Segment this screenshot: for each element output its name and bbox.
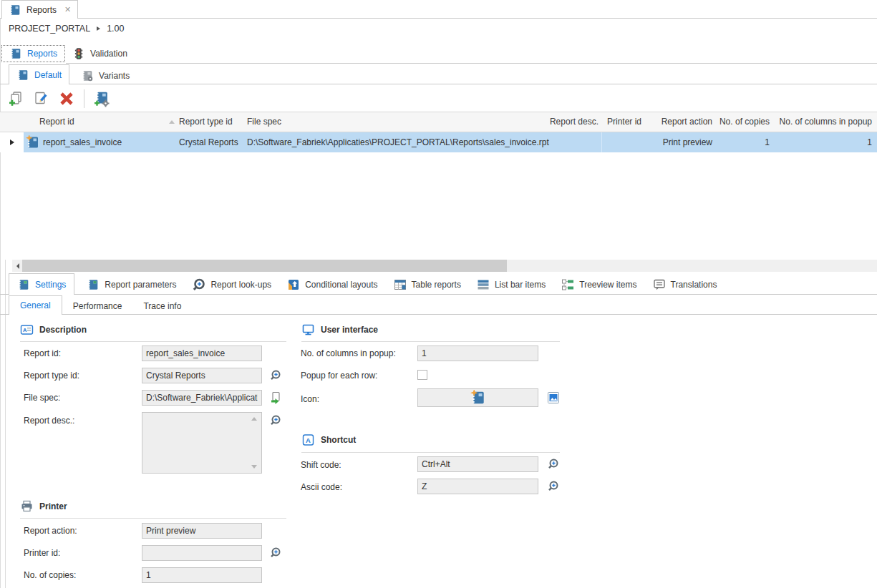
delete-record-button[interactable] — [57, 89, 76, 108]
tab-list-bar-items[interactable]: List bar items — [469, 275, 553, 295]
doctab-bar-divider — [0, 18, 877, 19]
tab-performance-label: Performance — [73, 301, 122, 311]
add-record-button[interactable] — [7, 89, 26, 108]
no-of-copies-field[interactable] — [142, 567, 262, 583]
file-spec-field[interactable] — [142, 390, 262, 406]
row-focus-arrow-icon — [10, 139, 14, 145]
printer-section-header: Printer — [20, 500, 67, 513]
traffic-light-icon — [72, 47, 85, 60]
icon-label: Icon: — [301, 394, 319, 404]
notebook-icon — [16, 69, 29, 82]
shortcut-section-header: A Shortcut — [301, 433, 356, 446]
tab-settings-label: Settings — [35, 280, 66, 290]
main-tab-divider — [66, 63, 877, 64]
column-header-no-of-columns-in-popup[interactable]: No. of columns in popup — [780, 112, 872, 132]
breadcrumb-project[interactable]: PROJECT_PORTAL — [9, 24, 90, 34]
column-header-report-action[interactable]: Report action — [662, 112, 712, 132]
tab-trace-info[interactable]: Trace info — [132, 297, 192, 315]
column-header-report-type-id[interactable]: Report type id — [179, 112, 233, 132]
cell-report-id: report_sales_invoice — [43, 132, 122, 152]
tab-report-lookups[interactable]: Report look-ups — [184, 275, 279, 295]
tab-variants-label: Variants — [99, 71, 130, 81]
tab-report-lookups-label: Report look-ups — [210, 280, 271, 290]
table-row[interactable]: report_sales_invoice Crystal Reports D:\… — [0, 132, 877, 152]
tab-table-reports[interactable]: Table reports — [386, 275, 469, 295]
description-section-header: A Description — [20, 323, 87, 336]
tab-performance[interactable]: Performance — [62, 297, 133, 315]
report-id-field[interactable] — [142, 346, 262, 361]
notebook-icon — [9, 4, 21, 16]
report-desc-label: Report desc.: — [24, 416, 74, 426]
pick-image-button[interactable] — [547, 391, 560, 404]
report-type-id-label: Report type id: — [24, 371, 79, 381]
edit-record-button[interactable] — [32, 89, 51, 108]
scroll-up-icon[interactable] — [251, 417, 257, 421]
tab-treeview-items[interactable]: Treeview items — [553, 275, 644, 295]
tab-trace-info-label: Trace info — [143, 301, 181, 311]
cell-file-spec: D:\Software_Fabriek\Applicaties\PROJECT_… — [247, 132, 549, 152]
icon-field[interactable] — [417, 388, 538, 407]
shortcut-section-title: Shortcut — [321, 435, 356, 445]
printer-id-label: Printer id: — [24, 548, 60, 558]
tab-default-label: Default — [34, 70, 62, 80]
breadcrumb: PROJECT_PORTAL 1.00 — [9, 24, 125, 34]
application-window: Reports ✕ PROJECT_PORTAL 1.00 Reports — [0, 0, 877, 588]
tab-translations-label: Translations — [671, 280, 717, 290]
scroll-down-icon[interactable] — [251, 465, 257, 469]
tab-reports[interactable]: Reports — [1, 45, 65, 62]
tab-reports-label: Reports — [27, 49, 57, 59]
scrollbar-thumb[interactable] — [22, 260, 507, 272]
breadcrumb-version[interactable]: 1.00 — [107, 24, 124, 34]
tab-list-bar-items-label: List bar items — [495, 280, 546, 290]
horizontal-scrollbar[interactable] — [12, 260, 877, 272]
add-copy-icon — [8, 90, 25, 107]
ascii-code-lookup-zoom-icon[interactable] — [547, 480, 560, 493]
popup-for-each-row-checkbox[interactable] — [417, 370, 427, 380]
close-icon[interactable]: ✕ — [64, 5, 71, 14]
tab-general[interactable]: General — [9, 295, 62, 315]
letter-a-icon: A — [301, 433, 315, 446]
user-interface-rule — [301, 341, 560, 342]
column-header-printer-id[interactable]: Printer id — [607, 112, 641, 132]
report-action-field[interactable] — [142, 523, 262, 539]
tab-translations[interactable]: Translations — [645, 275, 725, 295]
column-header-report-desc[interactable]: Report desc. — [550, 112, 599, 132]
ascii-code-label: Ascii code: — [301, 482, 342, 492]
file-spec-label: File spec: — [24, 393, 60, 403]
ascii-code-field[interactable] — [417, 479, 538, 494]
report-type-id-field[interactable] — [142, 368, 262, 383]
printer-id-field[interactable] — [142, 545, 262, 561]
scroll-left-button[interactable] — [12, 260, 23, 272]
report-desc-field[interactable] — [142, 412, 262, 474]
tab-validation[interactable]: Validation — [65, 45, 135, 62]
file-browse-icon[interactable] — [269, 391, 282, 404]
tab-default[interactable]: Default — [9, 64, 69, 84]
column-header-no-of-copies[interactable]: No. of copies — [719, 112, 770, 132]
view-tab-bar: Default Variants — [0, 64, 137, 84]
user-interface-section-header: User interface — [301, 323, 378, 336]
document-tab-reports[interactable]: Reports ✕ — [1, 0, 78, 19]
report-type-lookup-zoom-icon[interactable] — [269, 369, 282, 382]
tab-report-parameters[interactable]: Report parameters — [79, 275, 184, 295]
tab-variants[interactable]: Variants — [74, 67, 137, 84]
add-variant-button[interactable] — [92, 89, 111, 108]
column-header-report-id[interactable]: Report id — [39, 112, 74, 132]
tab-validation-label: Validation — [90, 49, 127, 59]
tab-settings[interactable]: Settings — [9, 273, 74, 295]
no-of-columns-in-popup-field[interactable] — [417, 346, 538, 361]
printer-id-lookup-zoom-icon[interactable] — [269, 547, 282, 559]
tab-conditional-layouts[interactable]: Conditional layouts — [279, 275, 385, 295]
tab-conditional-layouts-label: Conditional layouts — [305, 280, 377, 290]
user-interface-section-title: User interface — [321, 325, 378, 335]
description-rule — [20, 341, 286, 342]
cell-no-of-copies: 1 — [765, 132, 770, 152]
column-header-file-spec[interactable]: File spec — [247, 112, 281, 132]
shift-code-field[interactable] — [417, 456, 538, 472]
shift-code-lookup-zoom-icon[interactable] — [547, 458, 560, 471]
table-icon — [394, 278, 407, 291]
row-indicator — [0, 132, 24, 152]
no-of-copies-label: No. of copies: — [24, 570, 76, 580]
report-desc-zoom-icon[interactable] — [269, 414, 282, 427]
notebook-gear-icon — [81, 69, 94, 82]
description-section-title: Description — [39, 325, 87, 335]
